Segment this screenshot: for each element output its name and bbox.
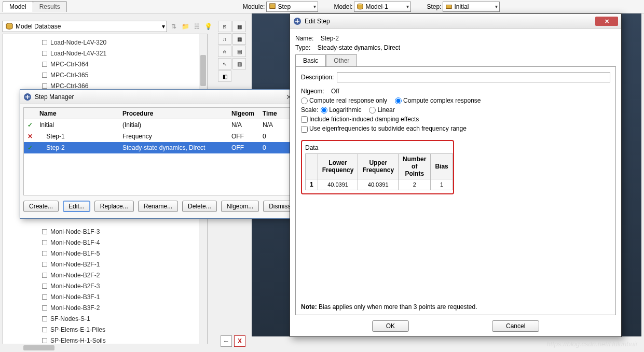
th-nl[interactable]: Nlgeom xyxy=(228,110,259,117)
step-row[interactable]: ✕ Step-1FrequencyOFF0 xyxy=(24,131,291,142)
data-row[interactable]: 140.039140.039121 xyxy=(306,179,453,190)
th-proc[interactable]: Procedure xyxy=(119,110,228,117)
tree-item[interactable]: Load-Node-L4V-320 xyxy=(42,37,207,48)
radio-linear[interactable]: Linear xyxy=(369,106,394,114)
tool-ico-6[interactable]: ▤ xyxy=(232,46,246,57)
tab-results[interactable]: Results xyxy=(33,1,67,12)
cancel-button[interactable]: Cancel xyxy=(492,320,539,332)
tool-ico-5[interactable]: ⎌ xyxy=(218,46,231,57)
tree-item[interactable]: Moni-Node-B2F-3 xyxy=(42,280,207,291)
svg-rect-1 xyxy=(270,3,276,5)
tool-ico-3[interactable]: ⎍ xyxy=(218,33,231,45)
tab-other[interactable]: Other xyxy=(326,54,357,66)
th-bias: Bias xyxy=(431,153,453,179)
tab-model[interactable]: Model xyxy=(3,1,33,12)
updown-icon[interactable]: ⇅ xyxy=(169,22,179,31)
tree-item[interactable]: Load-Node-L4V-321 xyxy=(42,48,207,59)
step-row[interactable]: ✓Initial(Initial)N/AN/A xyxy=(24,119,291,131)
create-button[interactable]: Create... xyxy=(23,201,59,212)
type-label: Type: xyxy=(295,44,310,51)
step-manager-titlebar[interactable]: Step Manager ✕ xyxy=(20,90,294,104)
top-left-tabs: Model Results xyxy=(3,1,66,12)
tree-item[interactable]: MPC-Ctrl-364 xyxy=(42,59,207,69)
watermark: https://blog.csdn.net/Hulunbuir xyxy=(546,340,638,348)
hscroll-thumb[interactable] xyxy=(23,345,54,350)
step-combo[interactable]: Initial xyxy=(443,2,500,12)
step-row[interactable]: ✓ Step-2Steady-state dynamics, DirectOFF… xyxy=(24,142,291,153)
model-lbl: Model: xyxy=(334,3,352,10)
name-label: Name: xyxy=(295,35,313,42)
folder-icon[interactable]: 📁 xyxy=(181,22,190,31)
description-label: Description: xyxy=(301,74,334,81)
tree-item[interactable]: Moni-Node-B1F-3 xyxy=(42,226,207,237)
tree-item[interactable]: Moni-Node-B1F-4 xyxy=(42,237,207,248)
step-icon xyxy=(445,3,453,10)
th-upper: Upper Frequency xyxy=(358,153,399,179)
back-button[interactable]: ← xyxy=(221,335,232,347)
tab-basic[interactable]: Basic xyxy=(295,54,326,66)
name-value: Step-2 xyxy=(321,35,339,42)
data-title: Data xyxy=(305,144,450,151)
replace-button[interactable]: Replace... xyxy=(94,201,134,212)
tree-item[interactable]: MPC-Ctrl-365 xyxy=(42,69,207,80)
tree-item[interactable]: Moni-Node-B2F-1 xyxy=(42,259,207,270)
tree-item[interactable]: Moni-Node-B3F-1 xyxy=(42,291,207,302)
tree-item[interactable]: Moni-Node-B1F-5 xyxy=(42,248,207,259)
tool-icons: ⇅ 📁 ☵ 💡 xyxy=(169,22,213,31)
svg-rect-0 xyxy=(270,5,276,8)
tree-icon[interactable]: ☵ xyxy=(192,22,201,31)
tree-item[interactable]: SP-Elems-H-1-Soils xyxy=(42,335,207,344)
data-box: Data Lower Frequency Upper Frequency Num… xyxy=(301,140,454,194)
side-toolbox: ⎘ ▦ ⎍ ▦ ⎌ ▤ ↖ ▥ ◧ xyxy=(218,21,249,82)
edit-button[interactable]: Edit... xyxy=(63,201,90,212)
nlgeom-button[interactable]: Nlgeom... xyxy=(221,201,259,212)
radio-complex[interactable]: Compute complex response xyxy=(395,97,481,104)
tool-ico-2[interactable]: ▦ xyxy=(232,21,246,32)
chk-eigen[interactable]: Use eigenfrequencies to subdivide each f… xyxy=(301,125,467,132)
step-table-header: Name Procedure Nlgeom Time xyxy=(24,108,291,119)
step-manager-buttons: Create... Edit... Replace... Rename... D… xyxy=(20,199,294,216)
tree-item[interactable]: SF-Nodes-S-1 xyxy=(42,313,207,324)
model-combo[interactable]: Model-1 xyxy=(354,2,411,12)
tree-item[interactable]: Moni-Node-B2F-2 xyxy=(42,270,207,280)
step-value: Initial xyxy=(454,3,469,10)
tool-ico-1[interactable]: ⎘ xyxy=(218,21,231,32)
close-icon[interactable]: ✕ xyxy=(271,93,292,101)
scroll-thumb[interactable] xyxy=(200,55,206,86)
tool-ico-4[interactable]: ▦ xyxy=(232,33,246,45)
th-name[interactable]: Name xyxy=(36,110,119,117)
data-table[interactable]: Lower Frequency Upper Frequency Number o… xyxy=(305,153,453,190)
model-db-combo[interactable]: Model Database xyxy=(3,21,167,32)
svg-rect-3 xyxy=(446,5,452,8)
close-button[interactable] xyxy=(595,17,618,26)
edit-step-title: Edit Step xyxy=(305,18,330,25)
edit-step-titlebar[interactable]: Edit Step xyxy=(290,14,621,29)
tree-item[interactable]: Moni-Node-B3F-2 xyxy=(42,302,207,313)
note-text: Bias applies only when more than 3 point… xyxy=(319,303,477,311)
tree-item[interactable]: SP-Elems-E-1-Piles xyxy=(42,324,207,335)
nav-buttons: ← X xyxy=(221,335,245,347)
model-icon xyxy=(357,3,364,10)
radio-real[interactable]: Compute real response only xyxy=(301,97,387,104)
nlgeom-label: Nlgeom: xyxy=(301,88,324,95)
th-time[interactable]: Time xyxy=(259,110,285,117)
app-logo-icon xyxy=(293,17,302,25)
tree-hscroll[interactable] xyxy=(3,344,208,352)
cancel-x-button[interactable]: X xyxy=(234,335,245,347)
tool-ico-8[interactable]: ▥ xyxy=(232,58,246,69)
delete-button[interactable]: Delete... xyxy=(182,201,217,212)
bulb-icon[interactable]: 💡 xyxy=(203,22,213,31)
th-npts: Number of Points xyxy=(399,153,431,179)
model-db-text: Model Database xyxy=(16,23,61,30)
tool-ico-9[interactable]: ◧ xyxy=(218,71,231,82)
module-combo[interactable]: Step xyxy=(266,2,318,12)
tool-ico-7[interactable]: ↖ xyxy=(218,58,231,69)
note-label: Note: xyxy=(301,303,317,311)
rename-button[interactable]: Rename... xyxy=(138,201,178,212)
description-input[interactable] xyxy=(337,72,610,82)
nlgeom-value: Off xyxy=(331,88,339,95)
ok-button[interactable]: OK xyxy=(372,320,409,332)
radio-log[interactable]: Logarithmic xyxy=(321,106,361,114)
chk-friction[interactable]: Include friction-induced damping effects xyxy=(301,116,419,123)
type-value: Steady-state dynamics, Direct xyxy=(318,44,400,51)
